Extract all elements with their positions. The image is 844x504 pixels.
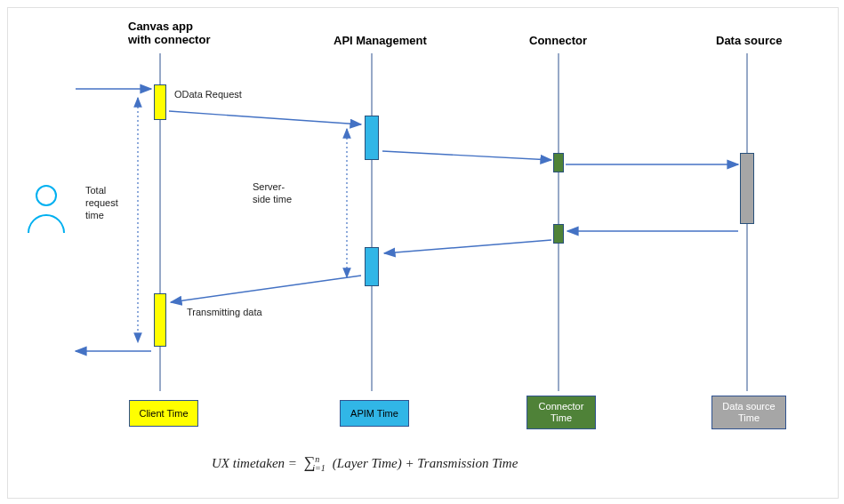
l: Time (551, 412, 572, 423)
label-transmitting-data: Transmitting data (187, 307, 262, 317)
box-apim-time: APIM Time (340, 400, 409, 427)
l: Connector (539, 401, 584, 412)
l: side time (253, 194, 292, 206)
activation-datasource (740, 153, 754, 224)
l: request (85, 197, 118, 210)
formula: UX timetaken = ∑ni=1(Layer Time) + Trans… (212, 453, 518, 473)
label: with connector (128, 33, 210, 46)
formula-term2: Transmission Time (417, 456, 518, 470)
l: Time (738, 412, 760, 423)
lifeline-canvas-title: Canvas app with connector (128, 20, 210, 46)
activation-canvas-1 (154, 84, 166, 120)
box-client-time: Client Time (129, 400, 198, 427)
box-datasource-time: Data sourceTime (711, 396, 786, 429)
l: Server- (253, 181, 292, 194)
lifeline-apim-title: API Management (334, 34, 427, 47)
l: Data source (722, 401, 775, 412)
label: Canvas app (128, 20, 210, 33)
activation-apim-2 (365, 247, 379, 286)
box-connector-time: ConnectorTime (526, 396, 596, 429)
label-odata-request: OData Request (174, 89, 242, 100)
activation-connector-2 (553, 224, 564, 244)
label-server-side-time: Server- side time (253, 181, 292, 206)
lifeline-connector-title: Connector (529, 34, 587, 47)
activation-apim-1 (365, 116, 379, 160)
formula-sum-lo: i=1 (312, 463, 326, 473)
label-total-request-time: Total request time (85, 185, 118, 221)
lifeline-datasource-title: Data source (716, 34, 782, 47)
formula-plus: + (402, 456, 418, 470)
activation-canvas-2 (154, 293, 166, 347)
formula-eq: = (285, 456, 301, 470)
formula-term1: (Layer Time) (333, 456, 402, 470)
l: Total (85, 185, 118, 197)
formula-lhs: UX timetaken (212, 456, 285, 470)
activation-connector-1 (553, 153, 564, 172)
l: time (85, 210, 118, 222)
